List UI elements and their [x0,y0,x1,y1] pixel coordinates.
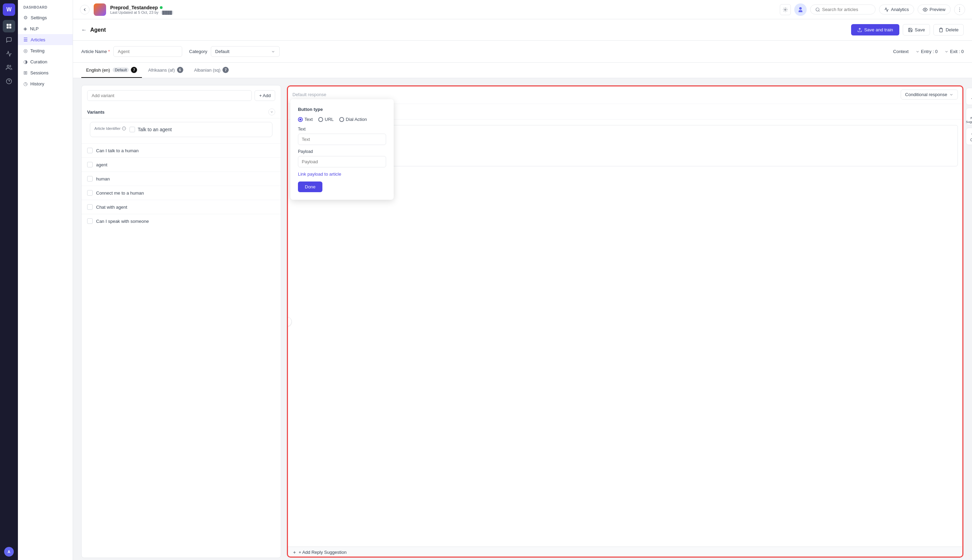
search-articles-box[interactable] [810,5,875,15]
popup-payload-input[interactable] [298,156,386,167]
category-select[interactable]: Default [211,46,280,57]
save-and-train-button[interactable]: Save and train [851,24,899,35]
svg-point-13 [959,9,960,10]
content-area: ← Agent Save and train Save Delete [73,19,972,560]
sidebar-item-history[interactable]: ◷ History [18,78,73,89]
radio-text-option[interactable]: Text [298,117,313,122]
entry-count: Entry : 0 [915,49,937,54]
nav-icon-question[interactable] [3,75,15,87]
analytics-icon [884,7,889,12]
radio-text-dot [298,117,303,122]
sidebar-item-nlp[interactable]: ◈ NLP [18,23,73,34]
sidebar: DASHBOARD ⚙ Settings ◈ NLP ☰ Articles ◎ … [18,0,73,560]
tab-afrikaans[interactable]: Afrikaans (af) 6 [143,63,188,78]
agent-back-button[interactable]: ← [81,27,87,33]
sidebar-section-title: DASHBOARD [18,5,73,12]
response-panel: Default response Conditional response s … [287,85,964,558]
app-logo[interactable]: W [3,3,15,16]
variant-item-2[interactable]: human [82,173,281,185]
sidebar-item-articles[interactable]: ☰ Articles [18,34,73,45]
chevron-down-icon [271,50,275,54]
testing-icon: ◎ [23,48,28,53]
save-button[interactable]: Save [903,24,930,35]
variant-checkbox-1[interactable] [87,162,93,167]
sidebar-item-testing[interactable]: ◎ Testing [18,45,73,56]
sidebar-item-settings[interactable]: ⚙ Settings [18,12,73,23]
analytics-button[interactable]: Analytics [879,5,914,15]
variant-item-5[interactable]: Can I speak with someone [82,215,281,227]
delete-button[interactable]: Delete [934,24,964,35]
add-reply-suggestion-button[interactable]: + Add Reply Suggestion [287,547,964,558]
tab-albanian[interactable]: Albanian (sq) 7 [190,63,234,78]
svg-point-8 [799,7,802,9]
tab-english[interactable]: English (en) Default 7 [81,63,142,78]
main-area: Preprod_Testandeep Last Updated at 5 Oct… [73,0,972,560]
variants-panel-header: + Add [82,85,281,106]
tab-albanian-badge: 7 [222,67,229,73]
icon-bar: W A [0,0,18,560]
info-icon [122,127,126,130]
variant-item-1[interactable]: agent [82,158,281,171]
settings-icon: ⚙ [23,15,28,20]
category-field: Category Default [189,46,280,57]
conditional-response-select[interactable]: Conditional response [901,90,958,100]
svg-point-12 [959,8,960,8]
settings-icon-btn[interactable] [780,4,791,15]
svg-point-14 [959,11,960,12]
variant-text-4: Chat with agent [96,205,127,210]
main-variant-checkbox[interactable] [130,127,135,132]
popup-done-button[interactable]: Done [298,182,322,192]
last-updated-text: Last Updated at 5 Oct, 23 by ████ [110,10,776,15]
main-variant-item[interactable]: Article Identifier Talk to an agent [90,122,272,137]
nav-icon-chart[interactable] [3,48,15,60]
variants-toggle[interactable] [268,108,275,115]
variant-text-3: Connect me to a human [96,190,144,196]
variant-item-3[interactable]: Connect me to a human [82,187,281,199]
svg-rect-3 [9,27,12,28]
radio-url-dot [318,117,323,122]
search-articles-input[interactable] [822,7,870,12]
radio-url-option[interactable]: URL [318,117,334,122]
topbar-info: Preprod_Testandeep Last Updated at 5 Oct… [110,5,776,15]
variant-item-0[interactable]: Can I talk to a human [82,144,281,157]
user-avatar-small[interactable]: A [4,547,14,557]
more-options-button[interactable] [954,4,965,15]
variant-checkbox-0[interactable] [87,148,93,153]
variants-list: Can I talk to a human agent human [82,140,281,558]
nav-icon-chat[interactable] [3,34,15,46]
add-variant-button[interactable]: + Add [255,90,275,101]
variant-item-4[interactable]: Chat with agent [82,201,281,213]
save-icon [908,28,913,32]
code-type-button[interactable]: Code [966,128,972,145]
popup-text-input[interactable] [298,133,386,145]
variant-checkbox-4[interactable] [87,204,93,210]
exit-count: Exit : 0 [944,49,964,54]
sidebar-item-sessions[interactable]: ⊞ Sessions [18,67,73,78]
default-badge: Default [113,68,129,72]
variant-checkbox-3[interactable] [87,190,93,196]
reply-suggestions-type-button[interactable]: Reply Suggestions [966,108,972,125]
agent-header-actions: Save and train Save Delete [851,24,964,35]
add-variant-input[interactable] [87,90,252,101]
variants-panel: + Add Variants Article Identifier [81,85,281,558]
sidebar-item-curation[interactable]: ◑ Curation [18,56,73,67]
text-type-button[interactable]: Text [966,88,972,105]
nav-icon-home[interactable] [3,20,15,32]
svg-point-9 [815,8,819,11]
link-payload-link[interactable]: Link payload to article [298,172,386,177]
variant-text-0: Can I talk to a human [96,148,139,153]
article-name-input[interactable] [113,46,182,57]
topbar-back-button[interactable] [80,5,90,15]
nav-icon-people[interactable] [3,61,15,74]
popup-title: Button type [298,107,386,112]
plus-icon [292,550,297,555]
variant-text-5: Can I speak with someone [96,219,149,224]
preview-button[interactable]: Preview [918,5,950,15]
variant-checkbox-2[interactable] [87,176,93,182]
agent-avatar [94,3,106,16]
more-icon [957,7,962,12]
main-variant-wrapper: Article Identifier Talk to an agent [82,118,281,140]
variants-header: Variants [82,106,281,118]
variant-checkbox-5[interactable] [87,218,93,224]
radio-dial-option[interactable]: Dial Action [339,117,367,122]
